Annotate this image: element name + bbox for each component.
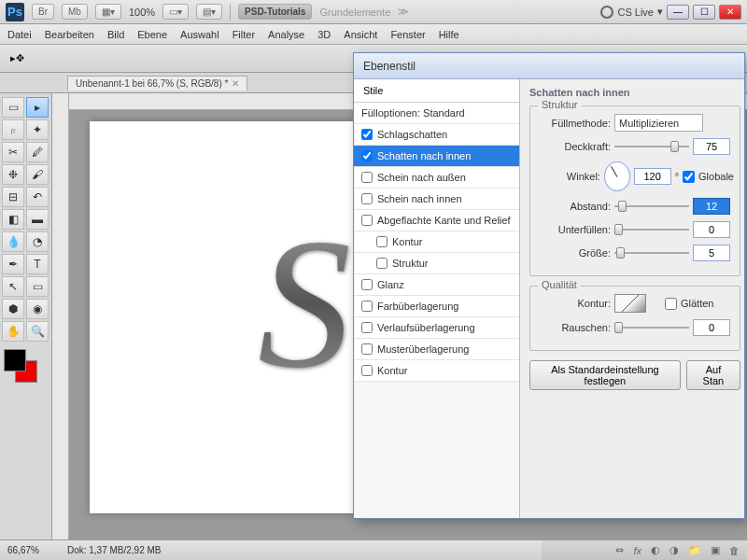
minimize-button[interactable]: — — [667, 5, 689, 20]
dodge-tool[interactable]: ◔ — [26, 231, 49, 252]
marquee-tool[interactable]: ▭ — [2, 97, 24, 118]
style-drop-shadow[interactable]: Schlagschatten — [354, 124, 519, 146]
global-light-checkbox[interactable] — [683, 171, 695, 183]
color-swatches[interactable] — [2, 349, 39, 386]
menu-ansicht[interactable]: Ansicht — [344, 29, 377, 40]
style-bevel-texture[interactable]: Struktur — [354, 253, 519, 274]
global-light-label: Globale — [698, 171, 734, 182]
ruler-vertical[interactable] — [52, 93, 69, 539]
opacity-slider[interactable] — [614, 140, 689, 153]
antialias-checkbox[interactable] — [665, 298, 677, 310]
wand-tool[interactable]: ✦ — [26, 119, 49, 140]
style-inner-glow[interactable]: Schein nach innen — [354, 189, 519, 210]
history-brush-tool[interactable]: ↶ — [26, 187, 49, 207]
toolbox: ▭▸ ⟔✦ ✂🖉 ❉🖌 ⊟↶ ◧▬ 💧◔ ✒T ↖▭ ⬢◉ ✋🔍 — [0, 93, 52, 539]
type-tool[interactable]: T — [26, 254, 49, 274]
menu-ebene[interactable]: Ebene — [137, 29, 167, 40]
arrange-button[interactable]: ▤▾ — [196, 4, 222, 20]
view-extras-button[interactable]: ▭▾ — [162, 4, 189, 20]
trash-icon[interactable]: 🗑 — [729, 545, 740, 556]
mask-icon[interactable]: ◐ — [651, 544, 660, 556]
pen-tool[interactable]: ✒ — [2, 254, 24, 274]
style-color-overlay[interactable]: Farbüberlagerung — [354, 296, 519, 317]
dialog-title[interactable]: Ebenenstil — [354, 53, 744, 79]
menu-bearbeiten[interactable]: Bearbeiten — [45, 29, 94, 40]
reset-default-button[interactable]: Auf Stan — [686, 360, 740, 390]
layer-style-dialog: Ebenenstil Stile Fülloptionen: Standard … — [353, 52, 745, 519]
folder-icon[interactable]: 📁 — [688, 544, 701, 556]
angle-dial[interactable] — [604, 161, 630, 191]
noise-input[interactable] — [693, 319, 730, 336]
angle-input[interactable] — [634, 168, 671, 185]
style-bevel[interactable]: Abgeflachte Kante und Relief — [354, 210, 519, 231]
menu-auswahl[interactable]: Auswahl — [180, 29, 219, 40]
path-tool[interactable]: ↖ — [2, 276, 24, 297]
fx-icon[interactable]: fx — [633, 545, 641, 556]
make-default-button[interactable]: Als Standardeinstellung festlegen — [529, 360, 681, 390]
minibridge-button[interactable]: Mb — [62, 4, 88, 20]
style-pattern-overlay[interactable]: Musterüberlagerung — [354, 339, 519, 360]
close-tab-icon[interactable]: ✕ — [232, 78, 239, 89]
style-stroke[interactable]: Kontur — [354, 360, 519, 382]
noise-label: Rauschen: — [538, 322, 611, 333]
distance-input[interactable] — [693, 198, 730, 215]
size-slider[interactable] — [614, 246, 689, 259]
link-icon[interactable]: ⇔ — [615, 544, 624, 556]
style-fill-options[interactable]: Fülloptionen: Standard — [354, 103, 519, 124]
close-button[interactable]: ✕ — [719, 5, 741, 20]
style-inner-shadow[interactable]: Schatten nach innen — [354, 146, 519, 167]
crop-tool[interactable]: ✂ — [2, 142, 24, 162]
app-topbar: Ps Br Mb ▦▾ 100% ▭▾ ▤▾ PSD-Tutorials Gru… — [0, 0, 747, 24]
screen-mode-button[interactable]: ▦▾ — [95, 4, 121, 20]
menu-analyse[interactable]: Analyse — [268, 29, 304, 40]
menu-datei[interactable]: Datei — [7, 29, 32, 40]
menu-3d[interactable]: 3D — [317, 29, 331, 40]
menu-hilfe[interactable]: Hilfe — [439, 29, 459, 40]
status-doc-size[interactable]: Dok: 1,37 MB/2,92 MB — [67, 545, 162, 555]
foreground-swatch[interactable] — [4, 349, 26, 371]
cslive-button[interactable]: CS Live ▾ — [600, 6, 663, 19]
stamp-tool[interactable]: ⊟ — [2, 187, 24, 207]
3d-camera-tool[interactable]: ◉ — [26, 299, 49, 319]
menu-fenster[interactable]: Fenster — [390, 29, 425, 40]
document-tab[interactable]: Unbenannt-1 bei 66,7% (S, RGB/8) * ✕ — [67, 76, 247, 91]
brush-tool[interactable]: 🖌 — [26, 164, 49, 185]
style-outer-glow[interactable]: Schein nach außen — [354, 167, 519, 189]
styles-header[interactable]: Stile — [354, 79, 519, 103]
move-tool[interactable]: ▸ — [26, 97, 49, 118]
adjustment-icon[interactable]: ◑ — [669, 544, 679, 556]
noise-slider[interactable] — [614, 321, 689, 334]
blendmode-dropdown[interactable]: Multiplizieren — [614, 114, 703, 132]
status-zoom[interactable]: 66,67% — [7, 545, 39, 555]
menu-filter[interactable]: Filter — [233, 29, 255, 40]
workspace-tab-psd[interactable]: PSD-Tutorials — [238, 4, 312, 20]
hand-tool[interactable]: ✋ — [2, 321, 24, 342]
angle-label: Winkel: — [538, 171, 600, 182]
eraser-tool[interactable]: ◧ — [2, 209, 24, 230]
contour-picker[interactable] — [614, 294, 646, 313]
size-input[interactable] — [693, 245, 730, 261]
workspace-tab-grund[interactable]: Grundelemente — [319, 7, 390, 18]
shape-tool[interactable]: ▭ — [26, 276, 49, 297]
lasso-tool[interactable]: ⟔ — [2, 119, 24, 140]
bridge-button[interactable]: Br — [32, 4, 54, 20]
distance-slider[interactable] — [614, 200, 689, 213]
new-layer-icon[interactable]: ▣ — [711, 544, 720, 556]
opacity-input[interactable] — [693, 138, 730, 155]
3d-tool[interactable]: ⬢ — [2, 299, 24, 319]
photoshop-logo: Ps — [6, 3, 24, 21]
menu-bild[interactable]: Bild — [107, 29, 124, 40]
blur-tool[interactable]: 💧 — [2, 231, 24, 252]
style-gradient-overlay[interactable]: Verlaufsüberlagerung — [354, 317, 519, 339]
healing-tool[interactable]: ❉ — [2, 164, 24, 185]
gradient-tool[interactable]: ▬ — [26, 209, 49, 230]
choke-input[interactable] — [693, 221, 730, 238]
zoom-display[interactable]: 100% — [129, 7, 155, 18]
style-satin[interactable]: Glanz — [354, 274, 519, 296]
maximize-button[interactable]: ☐ — [693, 5, 715, 20]
eyedropper-tool[interactable]: 🖉 — [26, 142, 49, 162]
choke-slider[interactable] — [614, 223, 689, 236]
style-bevel-contour[interactable]: Kontur — [354, 231, 519, 253]
zoom-tool[interactable]: 🔍 — [26, 321, 49, 342]
more-workspaces-icon[interactable]: ≫ — [398, 6, 409, 18]
